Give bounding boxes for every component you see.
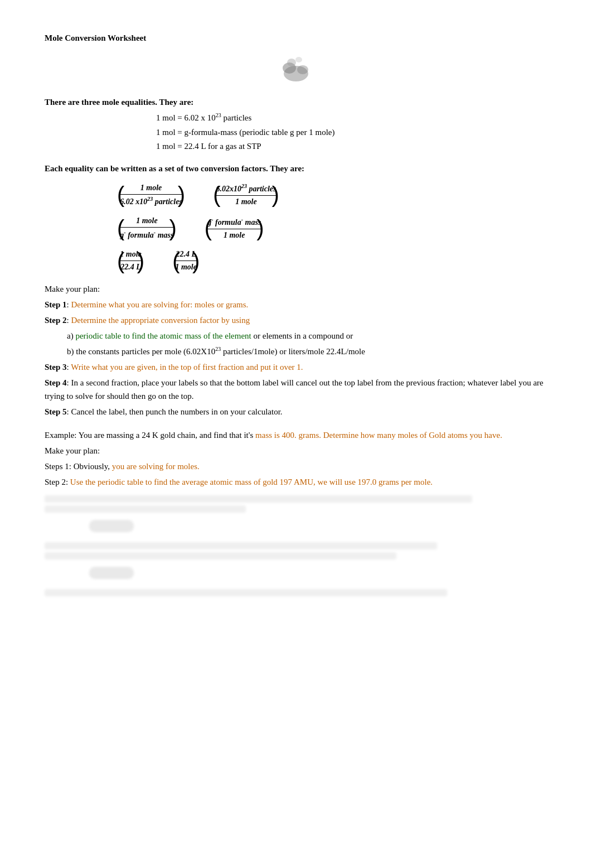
step-3-label: Step 3 (45, 363, 67, 372)
fraction-3b: ( 22.4 L 1 mole ) (172, 250, 200, 272)
frac-1b-top: 6.02x1023 particles (216, 184, 276, 196)
fractions-area: ( 1 mole 6.02 x1023 particles ) ( 6.02x1… (117, 184, 547, 272)
bracket-right-3b: ) (192, 250, 200, 272)
frac-2a-top: 1 mole (120, 216, 173, 228)
step-1-colon: : (67, 300, 71, 309)
frac-2a-bottom: g‐ formula‐ mass (120, 229, 173, 240)
step-2-label: Step 2 (45, 316, 67, 325)
make-plan-label: Make your plan: (45, 282, 547, 296)
steps2-line: Step 2: Use the periodic table to find t… (45, 475, 547, 489)
fraction-1a: ( 1 mole 6.02 x1023 particles ) (117, 184, 185, 207)
steps1-colored: you are solving for moles. (112, 462, 200, 471)
example-mass-colored: mass is 400. grams. (255, 431, 321, 440)
step-4-label: Step 4 (45, 378, 67, 387)
steps-area: Make your plan: Step 1: Determine what y… (45, 282, 547, 418)
frac-1a-top: 1 mole (120, 184, 182, 195)
example-intro-line: Example: You are massing a 24 K gold cha… (45, 428, 547, 442)
svg-point-2 (297, 65, 308, 74)
fraction-row-2: ( 1 mole g‐ formula‐ mass ) ( g‐ formula… (117, 216, 547, 240)
equality-2: 1 mol = g-formula-mass (periodic table g… (156, 126, 547, 140)
logo-area (45, 49, 547, 88)
step-4-text: : In a second fraction, place your label… (45, 378, 544, 401)
steps2-colored: Use the periodic table to find the avera… (70, 478, 433, 486)
steps1-line: Steps 1: Obviously, you are solving for … (45, 460, 547, 473)
bracket-right-2a: ) (169, 217, 177, 239)
fraction-2b: ( g‐ formula‐ mass 1 mole ) (205, 216, 264, 240)
steps1-label: Steps 1: Obviously, (45, 462, 112, 471)
step-1-label: Step 1 (45, 300, 67, 309)
equality-1: 1 mol = 6.02 x 1023 particles (156, 110, 547, 126)
equalities-list: 1 mol = 6.02 x 1023 particles 1 mol = g-… (156, 110, 547, 154)
step-2a-label: a) (67, 331, 75, 340)
step-5-label: Step 5 (45, 407, 67, 416)
equality-3: 1 mol = 22.4 L for a gas at STP (156, 139, 547, 154)
step-2b-line: b) the constants particles per mole (6.0… (67, 345, 547, 358)
equalities-heading: There are three mole equalities. They ar… (45, 98, 547, 107)
frac-2b-top: g‐ formula‐ mass (207, 216, 261, 229)
fraction-2a: ( 1 mole g‐ formula‐ mass ) (117, 216, 177, 240)
step-3-line: Step 3: Write what you are given, in the… (45, 360, 547, 374)
frac-2b-inner: g‐ formula‐ mass 1 mole (207, 216, 261, 240)
step-4-line: Step 4: In a second fraction, place your… (45, 376, 547, 403)
frac-1b-inner: 6.02x1023 particles 1 mole (216, 184, 276, 207)
example-determine-colored: Determine how many moles of Gold atoms y… (321, 431, 502, 440)
example-intro-text: Example: You are massing a 24 K gold cha… (45, 431, 255, 440)
example-area: Example: You are massing a 24 K gold cha… (45, 428, 547, 489)
blurred-section-1 (45, 495, 547, 596)
page-title: Mole Conversion Worksheet (45, 33, 547, 43)
frac-2b-bottom: 1 mole (224, 231, 245, 240)
bracket-right-3a: ) (137, 250, 144, 272)
steps2-label: Step 2: (45, 478, 70, 486)
frac-1a-bottom: 6.02 x1023 particles (120, 196, 182, 207)
frac-1a-inner: 1 mole 6.02 x1023 particles (120, 184, 182, 207)
frac-1b-bottom: 1 mole (235, 197, 257, 206)
step-2b-label: b) the constants particles per mole (6.0… (67, 347, 365, 356)
conversion-heading: Each equality can be written as a set of… (45, 164, 547, 173)
bracket-right-1a: ) (178, 184, 185, 206)
svg-point-3 (287, 59, 296, 66)
step-3-text: Write what you are given, in the top of … (71, 363, 303, 372)
fraction-row-3: ( 1 mole 22.4 L ) ( 22.4 L 1 mole ) (117, 250, 547, 272)
fraction-row-1: ( 1 mole 6.02 x1023 particles ) ( 6.02x1… (117, 184, 547, 207)
bracket-right-2b: ) (256, 217, 264, 239)
make-plan2-line: Make your plan: (45, 444, 547, 457)
make-plan2-text: Make your plan: (45, 446, 100, 455)
step-2a-rest: or elements in a compound or (251, 331, 353, 340)
bracket-right-1b: ) (271, 184, 279, 206)
fraction-3a: ( 1 mole 22.4 L ) (117, 250, 144, 272)
step-2a-colored: periodic table to find the atomic mass o… (75, 331, 251, 340)
frac-2a-inner: 1 mole g‐ formula‐ mass (120, 216, 173, 240)
step-2-line: Step 2: Determine the appropriate conver… (45, 314, 547, 327)
step-5-text: : Cancel the label, then punch the numbe… (67, 407, 283, 416)
logo-svg (268, 49, 324, 88)
step-5-line: Step 5: Cancel the label, then punch the… (45, 405, 547, 418)
step-1-text: Determine what you are solving for: mole… (71, 300, 249, 309)
step-2a-line: a) periodic table to find the atomic mas… (67, 329, 547, 343)
step-2-colon: : (67, 316, 71, 325)
svg-point-4 (295, 57, 302, 62)
logo-image (268, 49, 324, 88)
step-1-line: Step 1: Determine what you are solving f… (45, 298, 547, 311)
step-2-text: Determine the appropriate conversion fac… (71, 316, 250, 325)
fraction-1b: ( 6.02x1023 particles 1 mole ) (213, 184, 279, 207)
